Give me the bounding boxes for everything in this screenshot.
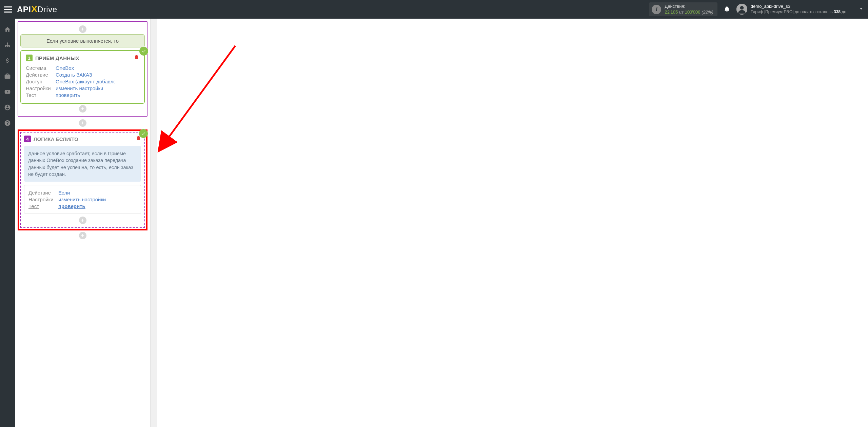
actions-current: 22'105 bbox=[665, 9, 678, 15]
svg-point-1 bbox=[740, 6, 744, 10]
avatar-icon bbox=[736, 4, 747, 15]
username: demo_apix-drive_s3 bbox=[751, 4, 846, 9]
bell-icon[interactable] bbox=[724, 5, 730, 14]
actions-total: 100'000 bbox=[685, 9, 701, 15]
actions-label: Действия: bbox=[665, 4, 713, 9]
actions-of: из bbox=[679, 9, 684, 15]
menu-toggle[interactable] bbox=[4, 6, 12, 13]
tariff-line: Тариф |Премиум PRO| до оплаты осталось 3… bbox=[751, 9, 846, 15]
user-menu[interactable]: demo_apix-drive_s3 Тариф |Премиум PRO| д… bbox=[736, 4, 846, 15]
logo[interactable]: APIXDrive bbox=[17, 5, 57, 14]
info-icon: i bbox=[652, 5, 661, 14]
actions-pct: (22%) bbox=[702, 9, 713, 15]
actions-counter[interactable]: i Действия: 22'105 из 100'000 (22%) bbox=[649, 2, 717, 17]
chevron-down-icon[interactable] bbox=[859, 6, 864, 13]
app-header: APIXDrive i Действия: 22'105 из 100'000 … bbox=[0, 0, 868, 19]
